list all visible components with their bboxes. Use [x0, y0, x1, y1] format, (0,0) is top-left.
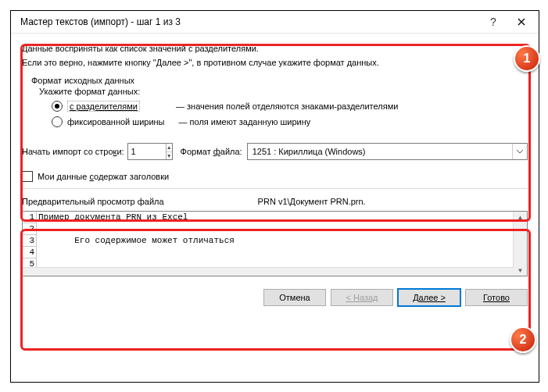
intro-text-2: Если это верно, нажмите кнопку "Далее >"… — [22, 57, 528, 68]
titlebar: Мастер текстов (импорт) - шаг 1 из 3 ? — [11, 11, 539, 34]
preview-text: Пример документа PRN из Excel Его содерж… — [37, 212, 513, 276]
file-format-value: 1251 : Кириллица (Windows) — [248, 147, 512, 156]
radio-delimited[interactable]: с разделителями — значения полей отделяю… — [52, 99, 528, 113]
cancel-button[interactable]: Отмена — [263, 289, 326, 306]
radio-fixed[interactable]: фиксированной ширины — поля имеют заданн… — [52, 115, 528, 129]
preview-gutter: 12345 — [23, 212, 37, 276]
format-prompt: Укажите формат данных: — [39, 87, 528, 96]
radio-icon — [52, 116, 63, 127]
file-format-label: Формат файла: — [181, 147, 242, 156]
intro-text-1: Данные восприняты как список значений с … — [22, 43, 528, 54]
button-row: Отмена < Назад Далее > Готово — [11, 281, 539, 306]
radio-fixed-desc: — поля имеют заданную ширину — [179, 117, 311, 127]
preview-box: 12345 Пример документа PRN из Excel Его … — [22, 211, 528, 276]
help-button[interactable]: ? — [479, 11, 507, 33]
start-row-label: Начать импорт со строки: — [22, 147, 124, 156]
next-button[interactable]: Далее > — [398, 289, 460, 306]
start-row-input[interactable] — [128, 144, 166, 159]
radio-fixed-label: фиксированной ширины — [67, 117, 165, 127]
preview-path: PRN v1\Документ PRN.prn. — [258, 197, 366, 206]
radio-delimited-label: с разделителями — [67, 101, 140, 112]
radio-icon — [52, 101, 63, 112]
form-row: Начать импорт со строки: ▲▼ Формат файла… — [22, 143, 528, 160]
preview-label: Предварительный просмотр файлаPRN v1\Док… — [22, 197, 528, 206]
group-label: Формат исходных данных — [31, 76, 528, 85]
headers-checkbox-row[interactable]: Мои данные содержат заголовки — [22, 171, 528, 182]
headers-checkbox-label: Мои данные содержат заголовки — [38, 172, 169, 181]
wizard-dialog: Мастер текстов (импорт) - шаг 1 из 3 ? Д… — [10, 10, 539, 383]
dialog-body: Данные восприняты как список значений с … — [11, 34, 539, 281]
scrollbar-horizontal[interactable] — [23, 267, 514, 276]
close-button[interactable] — [507, 11, 535, 33]
checkbox-icon — [22, 171, 33, 182]
divider — [22, 188, 528, 189]
dialog-title: Мастер текстов (импорт) - шаг 1 из 3 — [20, 16, 479, 27]
chevron-down-icon — [512, 144, 527, 159]
annotation-badge-2: 2 — [510, 326, 536, 353]
finish-button[interactable]: Готово — [465, 289, 528, 306]
scrollbar-vertical[interactable]: ▲▼ — [513, 212, 527, 276]
radio-delimited-desc: — значения полей отделяются знаками-разд… — [176, 102, 398, 111]
spinner-arrows[interactable]: ▲▼ — [166, 144, 172, 159]
start-row-spinner[interactable]: ▲▼ — [127, 143, 173, 160]
file-format-combo[interactable]: 1251 : Кириллица (Windows) — [247, 143, 528, 160]
back-button: < Назад — [331, 289, 393, 306]
annotation-badge-1: 1 — [514, 45, 540, 72]
